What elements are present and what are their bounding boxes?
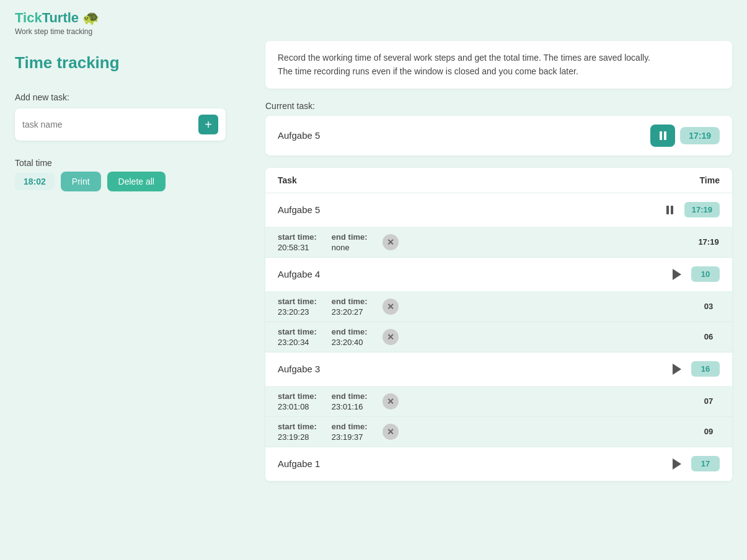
add-task-form: +: [15, 108, 226, 141]
start-label: start time:: [278, 232, 317, 242]
sub-row-times: start time: 23:19:28 end time: 23:19:37 …: [278, 422, 399, 442]
sub-row-times: start time: 20:58:31 end time: none ✕: [278, 232, 399, 252]
task-time: 10: [691, 266, 720, 282]
entry-duration: 06: [697, 332, 720, 341]
add-task-button[interactable]: +: [198, 115, 218, 134]
end-label: end time:: [332, 297, 368, 306]
total-time-label: Total time: [15, 158, 250, 168]
start-time-group: start time: 23:20:23: [278, 297, 317, 317]
total-time-section: Total time 18:02 Print Delete all: [15, 158, 250, 191]
end-value: 23:20:40: [332, 338, 368, 347]
description-line2: The time recording runs even if the wind…: [278, 66, 578, 76]
end-value: 23:01:16: [332, 402, 368, 411]
task-time: 16: [691, 361, 720, 377]
remove-entry-button[interactable]: ✕: [382, 424, 399, 440]
current-pause-button[interactable]: [650, 125, 675, 147]
total-time-value: 18:02: [15, 173, 55, 190]
sub-row-times: start time: 23:20:34 end time: 23:20:40 …: [278, 327, 399, 347]
pause-task-button[interactable]: [661, 201, 679, 219]
end-value: 23:20:27: [332, 307, 368, 317]
start-value: 23:19:28: [278, 432, 317, 442]
start-label: start time:: [278, 327, 317, 336]
left-panel: Time tracking Add new task: + Total time…: [15, 41, 250, 481]
start-value: 23:01:08: [278, 402, 317, 411]
turtle-icon: 🐢: [82, 10, 99, 26]
start-time-group: start time: 23:20:34: [278, 327, 317, 347]
end-value: none: [332, 243, 368, 252]
play-icon: [673, 269, 681, 280]
logo-subtitle: Work step time tracking: [15, 27, 99, 36]
task-name: Aufgabe 1: [278, 458, 668, 469]
start-time-group: start time: 23:19:28: [278, 422, 317, 442]
main-layout: Time tracking Add new task: + Total time…: [0, 41, 747, 481]
task-time: 17:19: [684, 202, 720, 217]
play-icon: [673, 364, 681, 375]
remove-entry-button[interactable]: ✕: [382, 299, 399, 315]
current-task-controls: 17:19: [650, 125, 720, 147]
task-name: Aufgabe 4: [278, 269, 668, 279]
task-table: Task Time Aufgabe 5 17:19: [265, 168, 732, 481]
logo-text: TickTurtle🐢: [15, 10, 99, 26]
sub-row-times: start time: 23:01:08 end time: 23:01:16 …: [278, 392, 399, 411]
start-label: start time:: [278, 392, 317, 401]
current-task-box: Aufgabe 5 17:19: [265, 116, 732, 155]
task-controls: 17:19: [661, 201, 720, 219]
end-value: 23:19:37: [332, 432, 368, 442]
play-task-button[interactable]: [668, 265, 686, 284]
pause-bar-left: [666, 206, 669, 214]
current-task-time: 17:19: [680, 127, 720, 144]
start-value: 23:20:34: [278, 338, 317, 347]
task-controls: 17: [668, 455, 720, 473]
play-icon: [673, 458, 681, 470]
current-task-name: Aufgabe 5: [278, 130, 320, 141]
description-box: Record the working time of several work …: [265, 41, 732, 89]
print-button[interactable]: Print: [61, 172, 101, 191]
list-item: start time: 23:20:23 end time: 23:20:27 …: [265, 292, 732, 322]
task-controls: 16: [668, 360, 720, 378]
task-time: 17: [691, 456, 720, 471]
task-name-input[interactable]: [22, 120, 198, 129]
logo-tick: Tick: [15, 10, 42, 25]
start-value: 23:20:23: [278, 307, 317, 317]
table-header-task: Task: [278, 175, 297, 185]
end-time-group: end time: 23:20:40: [332, 327, 368, 347]
remove-entry-button[interactable]: ✕: [382, 393, 399, 409]
play-task-button[interactable]: [668, 360, 686, 378]
table-header-time: Time: [700, 175, 720, 185]
sub-row-times: start time: 23:20:23 end time: 23:20:27 …: [278, 297, 399, 317]
end-label: end time:: [332, 422, 368, 431]
pause-bar-right: [664, 131, 666, 140]
table-row: Aufgabe 1 17: [265, 447, 732, 481]
start-label: start time:: [278, 422, 317, 431]
end-time-group: end time: 23:20:27: [332, 297, 368, 317]
pause-bar-right: [671, 206, 673, 214]
end-label: end time:: [332, 392, 368, 401]
total-time-row: 18:02 Print Delete all: [15, 172, 250, 191]
delete-all-button[interactable]: Delete all: [107, 172, 166, 191]
table-header: Task Time: [265, 168, 732, 193]
end-label: end time:: [332, 327, 368, 336]
start-time-group: start time: 23:01:08: [278, 392, 317, 411]
remove-entry-button[interactable]: ✕: [382, 234, 399, 250]
table-row: Aufgabe 4 10: [265, 258, 732, 292]
list-item: start time: 20:58:31 end time: none ✕ 17…: [265, 227, 732, 258]
app-header: TickTurtle🐢 Work step time tracking: [0, 0, 747, 41]
end-time-group: end time: 23:01:16: [332, 392, 368, 411]
table-row: Aufgabe 3 16: [265, 352, 732, 387]
list-item: start time: 23:01:08 end time: 23:01:16 …: [265, 387, 732, 417]
end-time-group: end time: none: [332, 232, 368, 252]
table-row: Aufgabe 5 17:19: [265, 193, 732, 227]
logo: TickTurtle🐢 Work step time tracking: [15, 10, 99, 36]
remove-entry-button[interactable]: ✕: [382, 329, 399, 345]
pause-icon: [660, 131, 666, 140]
right-panel: Record the working time of several work …: [265, 41, 732, 481]
start-value: 20:58:31: [278, 243, 317, 252]
logo-turtle: Turtle: [42, 10, 79, 25]
play-task-button[interactable]: [668, 455, 686, 473]
description-line1: Record the working time of several work …: [278, 53, 650, 63]
task-name: Aufgabe 3: [278, 364, 668, 374]
page-title: Time tracking: [15, 53, 250, 72]
pause-icon: [666, 206, 673, 214]
task-controls: 10: [668, 265, 720, 284]
add-task-label: Add new task:: [15, 92, 250, 102]
